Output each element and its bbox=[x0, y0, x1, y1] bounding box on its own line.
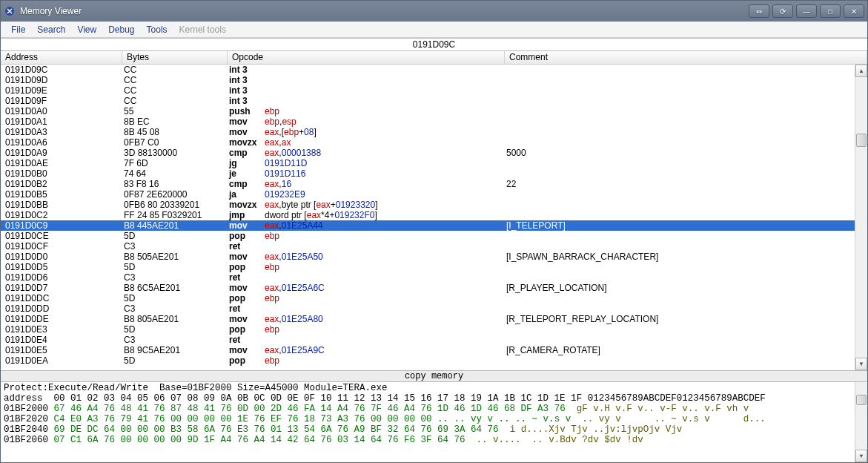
address-bar[interactable]: 0191D09C bbox=[1, 38, 867, 51]
scroll-thumb[interactable] bbox=[856, 134, 867, 147]
row-opcode: moveax,01E25A44 bbox=[228, 220, 505, 231]
disasm-row[interactable]: 0191D0DEB8 805AE201moveax,01E25A80[R_TEL… bbox=[1, 314, 867, 324]
hex-row[interactable]: 01BF2060 07 C1 6A 76 00 00 00 00 9D 1F A… bbox=[4, 435, 864, 445]
app-icon bbox=[4, 5, 16, 17]
header-comment[interactable]: Comment bbox=[505, 51, 867, 64]
row-bytes: CC bbox=[122, 75, 228, 85]
titlebar-btn-0[interactable]: ⇔ bbox=[749, 4, 769, 18]
titlebar-buttons: ⇔ ⟳ — □ ✕ bbox=[749, 4, 864, 18]
disasm-row[interactable]: 0191D0A38B 45 08moveax,[ebp+08] bbox=[1, 127, 867, 137]
row-opcode: popebp bbox=[228, 262, 505, 272]
titlebar[interactable]: Memory Viewer ⇔ ⟳ — □ ✕ bbox=[1, 1, 867, 22]
disasm-row[interactable]: 0191D0CFC3ret bbox=[1, 241, 867, 252]
row-opcode: moveax,01E25A6C bbox=[228, 283, 505, 293]
row-comment bbox=[505, 137, 867, 148]
column-headers: Address Bytes Opcode Comment bbox=[1, 51, 867, 65]
row-comment: [R_CAMERA_ROTATE] bbox=[505, 345, 867, 355]
maximize-button[interactable]: □ bbox=[820, 4, 841, 18]
row-comment bbox=[505, 158, 867, 168]
minimize-button[interactable]: — bbox=[796, 4, 817, 18]
row-comment bbox=[505, 210, 867, 220]
row-comment bbox=[505, 241, 867, 252]
row-bytes: C3 bbox=[122, 335, 228, 345]
menu-file[interactable]: File bbox=[5, 23, 31, 36]
row-opcode: ret bbox=[228, 272, 505, 283]
row-address: 0191D0A6 bbox=[1, 137, 122, 148]
row-comment bbox=[505, 303, 867, 314]
disasm-row[interactable]: 0191D0A055pushebp bbox=[1, 106, 867, 116]
row-opcode: jmpdword ptr [eax*4+019232F0] bbox=[228, 210, 505, 220]
close-button[interactable]: ✕ bbox=[844, 4, 864, 18]
disasm-row[interactable]: 0191D0C9B8 445AE201moveax,01E25A44[I_TEL… bbox=[1, 220, 867, 231]
disasm-row[interactable]: 0191D0CE5Dpopebp bbox=[1, 231, 867, 241]
disasm-row[interactable]: 0191D0EA5Dpopebp bbox=[1, 355, 867, 366]
disasm-row[interactable]: 0191D0AE7F 6Djg0191D11D bbox=[1, 158, 867, 168]
menu-view[interactable]: View bbox=[71, 23, 102, 36]
row-address: 0191D0AE bbox=[1, 158, 122, 168]
row-bytes: C3 bbox=[122, 272, 228, 283]
disasm-row[interactable]: 0191D0A60FB7 C0movzxeax,ax bbox=[1, 137, 867, 148]
row-bytes: 8B 45 08 bbox=[122, 127, 228, 137]
window-title: Memory Viewer bbox=[20, 6, 749, 16]
row-address: 0191D0D5 bbox=[1, 262, 122, 272]
disasm-row[interactable]: 0191D0E4C3ret bbox=[1, 335, 867, 345]
disasm-row[interactable]: 0191D0E35Dpopebp bbox=[1, 324, 867, 335]
disasm-row[interactable]: 0191D0DC5Dpopebp bbox=[1, 293, 867, 303]
disasm-row[interactable]: 0191D0A18B ECmovebp,esp bbox=[1, 116, 867, 127]
row-comment: 5000 bbox=[505, 148, 867, 158]
row-comment bbox=[505, 85, 867, 96]
hex-row[interactable]: 01BF2000 67 46 A4 76 48 41 76 87 48 41 7… bbox=[4, 404, 864, 414]
header-opcode[interactable]: Opcode bbox=[228, 51, 505, 64]
row-address: 0191D0B5 bbox=[1, 189, 122, 200]
disasm-row[interactable]: 0191D0D0B8 505AE201moveax,01E25A50[I_SPA… bbox=[1, 252, 867, 262]
row-bytes: 74 64 bbox=[122, 168, 228, 179]
menu-tools[interactable]: Tools bbox=[141, 23, 173, 36]
disasm-row[interactable]: 0191D09FCCint 3 bbox=[1, 96, 867, 106]
titlebar-btn-1[interactable]: ⟳ bbox=[772, 4, 793, 18]
disasm-row[interactable]: 0191D0BB0FB6 80 20339201movzxeax,byte pt… bbox=[1, 200, 867, 210]
hex-row[interactable]: 01BF2020 C4 E0 A3 76 79 41 76 00 00 00 0… bbox=[4, 414, 864, 424]
disasm-row[interactable]: 0191D0B283 F8 16cmpeax,1622 bbox=[1, 179, 867, 189]
menu-debug[interactable]: Debug bbox=[102, 23, 140, 36]
menu-search[interactable]: Search bbox=[31, 23, 71, 36]
row-address: 0191D0BB bbox=[1, 200, 122, 210]
memory-viewer-window: Memory Viewer ⇔ ⟳ — □ ✕ FileSearchViewDe… bbox=[0, 0, 868, 463]
hex-scroll-thumb[interactable] bbox=[856, 395, 867, 405]
disasm-row[interactable]: 0191D09CCCint 3 bbox=[1, 65, 867, 75]
splitter-label[interactable]: copy memory bbox=[1, 370, 867, 382]
disasm-row[interactable]: 0191D0B074 64je0191D116 bbox=[1, 168, 867, 179]
row-address: 0191D09E bbox=[1, 85, 122, 96]
disasm-row[interactable]: 0191D0E5B8 9C5AE201moveax,01E25A9C[R_CAM… bbox=[1, 345, 867, 355]
scroll-down-icon[interactable]: ▼ bbox=[855, 358, 867, 370]
row-bytes: C3 bbox=[122, 303, 228, 314]
disasm-row[interactable]: 0191D0D7B8 6C5AE201moveax,01E25A6C[R_PLA… bbox=[1, 283, 867, 293]
row-address: 0191D0EA bbox=[1, 355, 122, 366]
disasm-scrollbar[interactable]: ▲ ▼ bbox=[855, 65, 867, 370]
disasm-row[interactable]: 0191D09ECCint 3 bbox=[1, 85, 867, 96]
scroll-up-icon[interactable]: ▲ bbox=[855, 65, 867, 77]
header-address[interactable]: Address bbox=[1, 51, 122, 64]
row-bytes: 0F87 2E620000 bbox=[122, 189, 228, 200]
hex-view[interactable]: Protect:Execute/Read/Write Base=01BF2000… bbox=[1, 382, 867, 462]
disasm-row[interactable]: 0191D0A93D 88130000cmpeax,000013885000 bbox=[1, 148, 867, 158]
row-bytes: 55 bbox=[122, 106, 228, 116]
disasm-row[interactable]: 0191D09DCCint 3 bbox=[1, 75, 867, 85]
header-bytes[interactable]: Bytes bbox=[122, 51, 228, 64]
hex-scroll-down-icon[interactable]: ▼ bbox=[855, 450, 867, 462]
row-bytes: 0FB6 80 20339201 bbox=[122, 200, 228, 210]
disasm-row[interactable]: 0191D0D55Dpopebp bbox=[1, 262, 867, 272]
disasm-row[interactable]: 0191D0D6C3ret bbox=[1, 272, 867, 283]
row-bytes: CC bbox=[122, 85, 228, 96]
hex-row[interactable]: 01BF2040 69 DE DC 64 00 00 00 B3 58 6A 7… bbox=[4, 424, 864, 435]
row-opcode: moveax,01E25A80 bbox=[228, 314, 505, 324]
disasm-row[interactable]: 0191D0C2FF 24 85 F0329201jmpdword ptr [e… bbox=[1, 210, 867, 220]
disasm-row[interactable]: 0191D0B50F87 2E620000ja019232E9 bbox=[1, 189, 867, 200]
row-address: 0191D0A3 bbox=[1, 127, 122, 137]
disasm-row[interactable]: 0191D0DDC3ret bbox=[1, 303, 867, 314]
disassembly-view[interactable]: 0191D09CCCint 30191D09DCCint 30191D09ECC… bbox=[1, 65, 867, 370]
hex-scrollbar[interactable]: ▲ ▼ bbox=[855, 382, 867, 462]
row-address: 0191D0C9 bbox=[1, 220, 122, 231]
row-comment: [I_SPAWN_BARRACK_CHARACTER] bbox=[505, 252, 867, 262]
row-opcode: int 3 bbox=[228, 65, 505, 75]
row-address: 0191D0B2 bbox=[1, 179, 122, 189]
